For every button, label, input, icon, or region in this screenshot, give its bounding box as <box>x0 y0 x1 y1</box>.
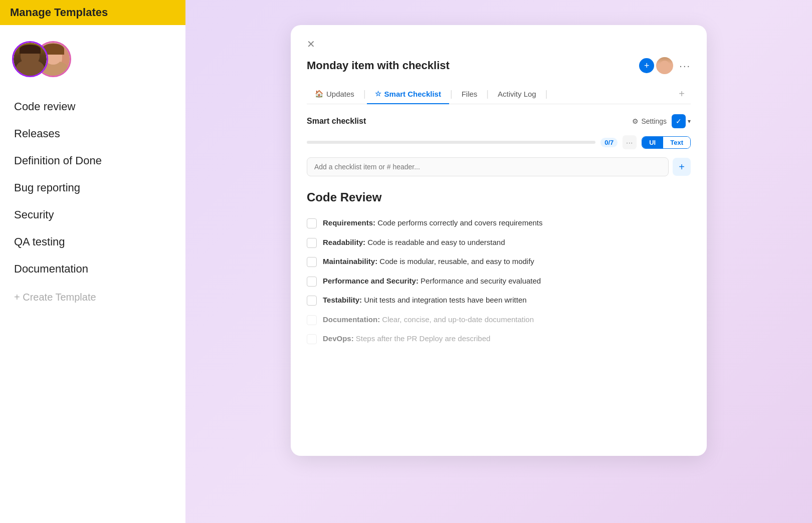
item-label-bold-2: Readability: <box>323 238 365 246</box>
modal-actions: + ··· <box>639 56 691 75</box>
gear-icon: ⚙ <box>632 117 639 125</box>
item-label-bold-1: Requirements: <box>323 218 375 227</box>
checklist-item-6: Documentation: Clear, concise, and up-to… <box>307 310 691 330</box>
sidebar-item-releases[interactable]: Releases <box>12 120 173 147</box>
item-label-bold-3: Maintainability: <box>323 257 377 266</box>
checklist-item-2: Readability: Code is readable and easy t… <box>307 233 691 252</box>
view-toggle-group: UI Text <box>642 136 691 149</box>
sidebar-item-code-review[interactable]: Code review <box>12 93 173 120</box>
checklist-item-text-4: Performance and Security: Performance an… <box>323 276 541 287</box>
progress-row: 0/7 ··· UI Text <box>307 135 691 149</box>
checklist-item-text-5: Testability: Unit tests and integration … <box>323 295 527 306</box>
view-ui-button[interactable]: UI <box>642 137 663 148</box>
tab-separator-4: | <box>544 89 549 99</box>
checkbox-5[interactable] <box>307 296 317 306</box>
add-checklist-row: + <box>307 157 691 176</box>
tab-files[interactable]: Files <box>454 85 486 104</box>
more-options-button[interactable]: ··· <box>679 60 691 72</box>
sidebar-title: Manage Templates <box>10 6 108 19</box>
modal-title: Monday item with checklist <box>307 59 450 72</box>
tab-separator-1: | <box>362 89 367 99</box>
checklist-item-3: Maintainability: Code is modular, reusab… <box>307 252 691 272</box>
checklist-section-title: Code Review <box>307 190 691 204</box>
home-icon: 🏠 <box>315 90 323 98</box>
star-icon: ☆ <box>375 90 381 98</box>
checklist-header: Smart checklist ⚙ Settings ✓ ▾ <box>307 114 691 128</box>
sidebar-item-definition-of-done[interactable]: Definition of Done <box>12 147 173 174</box>
add-checklist-input[interactable] <box>307 157 669 176</box>
modal-user-avatar <box>655 56 674 75</box>
tab-updates[interactable]: 🏠 Updates <box>307 85 362 104</box>
tab-activity-log[interactable]: Activity Log <box>490 85 544 104</box>
checklist-title: Smart checklist <box>307 117 366 126</box>
item-label-bold-5: Testability: <box>323 296 362 304</box>
sidebar-header: Manage Templates <box>0 0 185 25</box>
sidebar-item-security[interactable]: Security <box>12 201 173 228</box>
view-text-button[interactable]: Text <box>663 137 690 148</box>
tab-separator-2: | <box>449 89 454 99</box>
checklist-item-4: Performance and Security: Performance an… <box>307 272 691 291</box>
checkbox-1[interactable] <box>307 218 317 228</box>
checklist-item-text-3: Maintainability: Code is modular, reusab… <box>323 256 534 268</box>
modal-tabs: 🏠 Updates | ☆ Smart Checklist | Files | … <box>307 84 691 104</box>
sidebar-avatars <box>0 25 185 89</box>
checkbox-3[interactable] <box>307 257 317 267</box>
add-user-button[interactable]: + <box>639 58 654 73</box>
item-label-semi-7: DevOps: <box>323 334 354 343</box>
checklist-view-icon[interactable]: ✓ <box>672 114 686 128</box>
item-label-semi-6: Documentation: <box>323 315 380 324</box>
avatar-1 <box>12 41 48 77</box>
checklist-item-5: Testability: Unit tests and integration … <box>307 291 691 310</box>
checklist-item-text-1: Requirements: Code performs correctly an… <box>323 217 543 229</box>
checklist-item-text-6: Documentation: Clear, concise, and up-to… <box>323 314 534 326</box>
sidebar-item-documentation[interactable]: Documentation <box>12 255 173 283</box>
checklist-item-7: DevOps: Steps after the PR Deploy are de… <box>307 329 691 349</box>
progress-bar-track <box>307 141 595 144</box>
checkbox-2[interactable] <box>307 238 317 248</box>
add-tab-button[interactable]: + <box>673 84 691 104</box>
checkbox-6[interactable] <box>307 315 317 325</box>
modal-top-bar: ✕ <box>307 39 691 49</box>
main-content: ✕ Monday item with checklist + ··· 🏠 Upd… <box>185 0 812 523</box>
settings-button[interactable]: ⚙ Settings <box>632 117 667 125</box>
checkbox-4[interactable] <box>307 277 317 287</box>
modal-title-row: Monday item with checklist + ··· <box>307 56 691 75</box>
sidebar-item-bug-reporting[interactable]: Bug reporting <box>12 174 173 201</box>
view-toggle-container: ✓ ▾ <box>672 114 691 128</box>
close-button[interactable]: ✕ <box>307 39 315 49</box>
chevron-down-icon[interactable]: ▾ <box>688 118 691 125</box>
checklist-item-text-2: Readability: Code is readable and easy t… <box>323 237 505 248</box>
progress-count: 0/7 <box>600 138 618 147</box>
sidebar-item-qa-testing[interactable]: QA testing <box>12 228 173 255</box>
progress-more-button[interactable]: ··· <box>623 135 637 149</box>
add-checklist-button[interactable]: + <box>673 158 691 176</box>
tab-separator-3: | <box>485 89 490 99</box>
checklist-header-right: ⚙ Settings ✓ ▾ <box>632 114 691 128</box>
create-template-button[interactable]: + Create Template <box>12 285 173 310</box>
sidebar-nav: Code review Releases Definition of Done … <box>0 89 185 523</box>
item-label-bold-4: Performance and Security: <box>323 277 419 285</box>
checklist-item-1: Requirements: Code performs correctly an… <box>307 213 691 233</box>
checklist-item-text-7: DevOps: Steps after the PR Deploy are de… <box>323 333 490 345</box>
tab-smart-checklist[interactable]: ☆ Smart Checklist <box>367 85 449 104</box>
modal-card: ✕ Monday item with checklist + ··· 🏠 Upd… <box>291 25 707 456</box>
checkbox-7[interactable] <box>307 334 317 344</box>
sidebar: Manage Templates Code review Releases <box>0 0 185 523</box>
